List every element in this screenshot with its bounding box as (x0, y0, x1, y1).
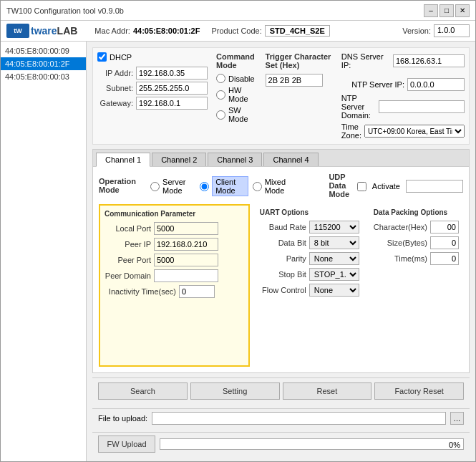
factory-reset-button[interactable]: Factory Reset (374, 382, 464, 400)
tab-content: Operation Mode Server Mode Client Mode M… (93, 167, 469, 372)
subnet-input[interactable] (136, 82, 208, 95)
minimize-button[interactable]: – (424, 4, 438, 17)
mixed-mode-radio[interactable] (253, 182, 262, 191)
tab-channel-2[interactable]: Channel 2 (152, 153, 206, 166)
cmd-hw-radio[interactable] (216, 90, 225, 100)
parity-select[interactable]: None Even Odd (309, 252, 359, 265)
product-value: STD_4CH_S2E (265, 25, 330, 37)
dp-char-row: Character(Hex) (374, 221, 459, 234)
udp-activate-checkbox[interactable] (357, 182, 366, 191)
params-area: Communication Parameter Local Port Peer … (99, 204, 463, 367)
cmd-disable-row: Disable (216, 74, 257, 83)
browse-button[interactable]: ... (450, 412, 464, 425)
cmd-sw-radio[interactable] (216, 110, 225, 120)
product-code-group: Product Code: STD_4CH_S2E (211, 25, 329, 37)
trigger-section: Trigger Character Set (Hex) (266, 52, 333, 87)
dp-time-input[interactable] (430, 252, 459, 265)
baud-rate-row: Baud Rate 115200 9600 19200 38400 57600 (260, 221, 359, 234)
sidebar-item-1[interactable]: 44:05:E8:00:01:2F (1, 57, 86, 70)
dp-time-label: Time(ms) (394, 254, 427, 263)
progress-bar: 0% (160, 438, 464, 450)
close-button[interactable]: ✕ (455, 4, 470, 17)
dhcp-section: DHCP IP Addr: Subnet: Gateway: (97, 52, 208, 110)
file-upload-row: File to upload: ... (92, 408, 470, 428)
local-port-label: Local Port (105, 224, 151, 233)
dp-char-input[interactable] (430, 221, 459, 234)
inactivity-input[interactable] (179, 285, 215, 298)
peer-domain-row: Peer Domain (105, 269, 244, 282)
cmd-sw-row: SW Mode (216, 106, 257, 123)
ip-input[interactable] (136, 67, 208, 80)
peer-domain-label: Peer Domain (105, 271, 151, 280)
version-value: 1.0.0 (434, 24, 470, 37)
ntp-server-row: NTP Server IP: (341, 78, 465, 91)
search-button[interactable]: Search (98, 382, 188, 400)
cmd-disable-radio[interactable] (216, 74, 225, 83)
dp-size-input[interactable] (430, 236, 459, 249)
version-label: Version: (402, 27, 431, 35)
title-bar-controls: – □ ✕ (424, 4, 470, 17)
file-upload-label: File to upload: (98, 414, 147, 423)
parity-label: Parity (260, 254, 306, 263)
setting-button[interactable]: Setting (190, 382, 280, 400)
baud-label: Baud Rate (260, 223, 306, 231)
flowcontrol-select[interactable]: None RTS/CTS XON/XOFF (309, 284, 359, 297)
tab-channel-4[interactable]: Channel 4 (263, 153, 318, 166)
ntp-domain-label: NTP Server Domain: (341, 94, 376, 120)
peer-ip-label: Peer IP (105, 240, 151, 249)
tab-bar: Channel 1 Channel 2 Channel 3 Channel 4 (93, 150, 469, 167)
dns-row: DNS Server IP: (341, 52, 465, 69)
inactivity-row: Inactivity Time(sec) (105, 285, 244, 298)
sidebar-item-2[interactable]: 44:05:E8:00:00:03 (1, 70, 86, 83)
dp-size-label: Size(Bytes) (387, 239, 427, 247)
tab-channel-3[interactable]: Channel 3 (208, 153, 262, 166)
peer-port-label: Peer Port (105, 256, 151, 264)
local-port-row: Local Port (105, 222, 244, 235)
parity-row: Parity None Even Odd (260, 252, 359, 265)
dhcp-checkbox[interactable] (97, 52, 107, 62)
cmd-hw-label: HW Mode (228, 86, 257, 103)
cmd-disable-label: Disable (228, 74, 255, 83)
ntp-server-input[interactable] (407, 78, 465, 91)
timezone-select[interactable]: UTC+09:00 Korea, East Timor, ... (364, 125, 465, 138)
client-mode-group: Client Mode (200, 176, 248, 196)
command-mode-section: Command Mode Disable HW Mode SW Mode (216, 52, 257, 123)
subnet-label: Subnet: (97, 84, 133, 92)
stopbit-select[interactable]: STOP_1.0 STOP_1.5 STOP_2.0 (309, 268, 359, 281)
file-upload-input[interactable] (152, 412, 446, 425)
server-mode-radio[interactable] (150, 182, 160, 191)
operation-mode-title: Operation Mode (99, 177, 146, 194)
local-port-input[interactable] (154, 222, 218, 235)
mac-label: Mac Addr: (94, 27, 130, 35)
maximize-button[interactable]: □ (439, 4, 454, 17)
udp-input[interactable] (406, 180, 463, 193)
peer-ip-input[interactable] (154, 238, 218, 251)
tabs-section: Channel 1 Channel 2 Channel 3 Channel 4 (92, 149, 470, 373)
trigger-input[interactable] (266, 74, 323, 87)
dhcp-label: DHCP (110, 53, 132, 62)
sidebar-item-0[interactable]: 44:05:E8:00:00:09 (1, 44, 86, 57)
progress-text: 0% (449, 439, 460, 451)
main-window: TW100 Configuration tool v0.9.0b – □ ✕ t… (0, 0, 476, 462)
tab-channel-1[interactable]: Channel 1 (96, 153, 150, 167)
mac-addr-group: Mac Addr: 44:05:E8:00:01:2F (94, 27, 200, 35)
logo: tW twareLAB (6, 24, 77, 38)
fw-upload-button[interactable]: FW Upload (98, 435, 155, 453)
server-mode-label: Server Mode (162, 178, 195, 195)
content-area: 44:05:E8:00:00:09 44:05:E8:00:01:2F 44:0… (1, 42, 475, 461)
operation-mode-row: Operation Mode Server Mode Client Mode M… (99, 173, 463, 200)
client-mode-radio[interactable] (200, 182, 209, 191)
stopbit-label: Stop Bit (260, 270, 306, 279)
mixed-mode-group: Mixed Mode (253, 178, 296, 195)
peer-port-input[interactable] (154, 254, 218, 266)
dns-input[interactable] (393, 54, 465, 67)
databit-select[interactable]: 8 bit 7 bit (309, 236, 359, 249)
product-label: Product Code: (211, 27, 261, 35)
reset-button[interactable]: Reset (283, 382, 372, 400)
baud-select[interactable]: 115200 9600 19200 38400 57600 (309, 221, 359, 234)
ntp-domain-input[interactable] (379, 100, 465, 113)
gateway-input[interactable] (136, 97, 208, 110)
peer-domain-input[interactable] (154, 269, 218, 282)
ip-row: IP Addr: (97, 67, 208, 80)
sidebar: 44:05:E8:00:00:09 44:05:E8:00:01:2F 44:0… (1, 42, 87, 461)
